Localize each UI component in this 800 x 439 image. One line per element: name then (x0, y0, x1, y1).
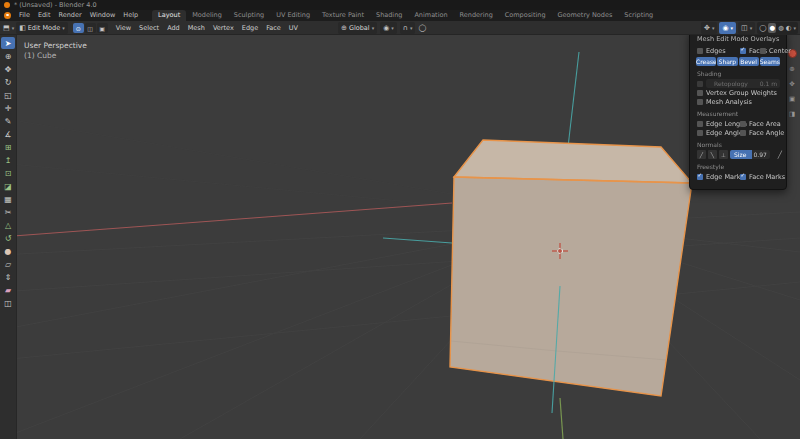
viewport-canvas[interactable] (0, 35, 800, 439)
tool-edge-slide[interactable]: ▱ (1, 258, 15, 270)
mesh-analysis-label: Mesh Analysis (706, 98, 752, 106)
tool-measure[interactable]: ∡ (1, 128, 15, 140)
tab-geometry-nodes[interactable]: Geometry Nodes (552, 10, 619, 21)
retopology-slider[interactable]: Retopology 0.1 m (706, 79, 780, 88)
menu-mesh[interactable]: Mesh (185, 24, 208, 32)
edge-select-button[interactable]: ◫ (85, 23, 96, 33)
center-checkbox[interactable] (760, 48, 766, 54)
creases-button[interactable]: Creases (696, 57, 716, 66)
snap-dropdown[interactable]: ∩ ▾ (400, 22, 416, 34)
tab-scripting[interactable]: Scripting (618, 10, 659, 21)
tool-rotate[interactable]: ↻ (1, 76, 15, 88)
cube-mesh[interactable] (450, 140, 692, 396)
menu-edge[interactable]: Edge (239, 24, 261, 32)
edge-length-checkbox[interactable] (697, 121, 703, 127)
menu-uv[interactable]: UV (286, 24, 301, 32)
bevel-button[interactable]: Bevel (739, 57, 759, 66)
edge-marks-label: Edge Marks (706, 173, 744, 181)
menu-select[interactable]: Select (136, 24, 162, 32)
edge-marks-checkbox[interactable] (697, 174, 703, 180)
tool-bevel[interactable]: ◪ (1, 180, 15, 192)
overlays-dropdown[interactable]: ◉ ▾ (719, 22, 736, 34)
perspective-toggle-icon[interactable]: ◨ (789, 110, 795, 118)
tab-uv-editing[interactable]: UV Editing (270, 10, 316, 21)
menu-add[interactable]: Add (164, 24, 183, 32)
tool-inset-faces[interactable]: ⊡ (1, 167, 15, 179)
split-normals-icon[interactable]: ╲ (708, 150, 717, 159)
retopology-checkbox[interactable] (697, 81, 703, 87)
tool-select-box[interactable]: ➤ (1, 37, 15, 49)
menu-view[interactable]: View (113, 24, 134, 32)
material-shading-button[interactable]: ◍ (778, 23, 784, 33)
gizmo-dropdown[interactable]: ✥ ▾ (701, 22, 717, 34)
tool-loop-cut[interactable]: ▦ (1, 193, 15, 205)
tab-sculpting[interactable]: Sculpting (228, 10, 270, 21)
tool-add-cube[interactable]: ⊞ (1, 141, 15, 153)
menu-help[interactable]: Help (119, 10, 142, 21)
menu-edit[interactable]: Edit (34, 10, 55, 21)
wireframe-shading-button[interactable]: ◯ (759, 23, 766, 33)
zoom-view-icon[interactable]: ⊕ (789, 65, 794, 73)
face-normals-icon[interactable]: ⊥ (719, 150, 728, 159)
x-axis-line (0, 203, 452, 237)
camera-view-icon[interactable]: ▣ (789, 95, 795, 103)
tab-shading[interactable]: Shading (370, 10, 408, 21)
rendered-shading-button[interactable]: ◐ (786, 23, 792, 33)
tool-shrink-fatten[interactable]: ⇕ (1, 271, 15, 283)
face-angle-checkbox[interactable] (740, 130, 746, 136)
tool-move[interactable]: ✥ (1, 63, 15, 75)
tool-extrude-region[interactable]: ↥ (1, 154, 15, 166)
face-marks-checkbox[interactable] (740, 174, 746, 180)
tool-shear[interactable]: ▰ (1, 284, 15, 296)
tool-knife[interactable]: ✂ (1, 206, 15, 218)
edge-mark-buttons: Creases Sharp Bevel Seams (690, 57, 786, 66)
face-select-button[interactable]: ▣ (97, 23, 108, 33)
move-view-icon[interactable]: ✥ (789, 80, 794, 88)
menu-window[interactable]: Window (86, 10, 120, 21)
tab-rendering[interactable]: Rendering (454, 10, 499, 21)
tool-cursor[interactable]: ⊕ (1, 50, 15, 62)
tool-annotate[interactable]: ✎ (1, 115, 15, 127)
mode-dropdown[interactable]: ◧ Edit Mode ▾ (16, 22, 68, 34)
pivot-dropdown[interactable]: ◉ ▾ (380, 22, 397, 34)
tool-poly-build[interactable]: △ (1, 219, 15, 231)
normals-size-slider[interactable]: Size 0.97 (730, 150, 770, 159)
edges-checkbox[interactable] (697, 48, 703, 54)
gizmo-icon: ✥ (704, 23, 710, 33)
faces-checkbox[interactable] (740, 48, 746, 54)
vertex-group-weights-checkbox[interactable] (697, 90, 703, 96)
edge-angle-checkbox[interactable] (697, 130, 703, 136)
top-bar: File Edit Render Window Help Layout Mode… (0, 10, 800, 21)
tool-rip-region[interactable]: ◫ (1, 297, 15, 309)
tool-scale[interactable]: ◱ (1, 89, 15, 101)
menu-face[interactable]: Face (263, 24, 284, 32)
menu-render[interactable]: Render (54, 10, 85, 21)
vertex-select-button[interactable]: ⊙ (73, 23, 84, 33)
face-angle-label: Face Angle (749, 129, 784, 137)
sharp-button[interactable]: Sharp (717, 57, 737, 66)
shading-mode-group: ◯ ● ◍ ◐ ▾ (757, 22, 798, 34)
tab-modeling[interactable]: Modeling (186, 10, 228, 21)
tab-compositing[interactable]: Compositing (499, 10, 552, 21)
tab-texture-paint[interactable]: Texture Paint (316, 10, 370, 21)
face-area-checkbox[interactable] (740, 121, 746, 127)
shading-section-label: Shading (690, 70, 786, 77)
tool-smooth[interactable]: ● (1, 245, 15, 257)
tab-layout[interactable]: Layout (152, 10, 186, 21)
solid-shading-button[interactable]: ● (768, 23, 776, 33)
tab-animation[interactable]: Animation (408, 10, 453, 21)
menu-vertex[interactable]: Vertex (210, 24, 237, 32)
vertex-normals-icon[interactable]: ╱ (697, 150, 706, 159)
seams-button[interactable]: Seams (760, 57, 780, 66)
tool-transform[interactable]: ✛ (1, 102, 15, 114)
blender-menu-icon[interactable] (4, 12, 11, 19)
menu-file[interactable]: File (15, 10, 34, 21)
editor-type-icon[interactable]: ⬒ (3, 23, 10, 33)
xray-toggle[interactable]: ◫ ▾ (738, 22, 755, 34)
orientation-dropdown[interactable]: ⊕ Global ▾ (338, 22, 377, 34)
tool-spin[interactable]: ↺ (1, 232, 15, 244)
screen-size-normals-icon[interactable]: ╱ (778, 151, 782, 159)
measure-row-1: Edge Length Face Area (690, 119, 786, 128)
proportional-editing-icon[interactable]: ◯ (418, 23, 426, 33)
mesh-analysis-checkbox[interactable] (697, 99, 703, 105)
